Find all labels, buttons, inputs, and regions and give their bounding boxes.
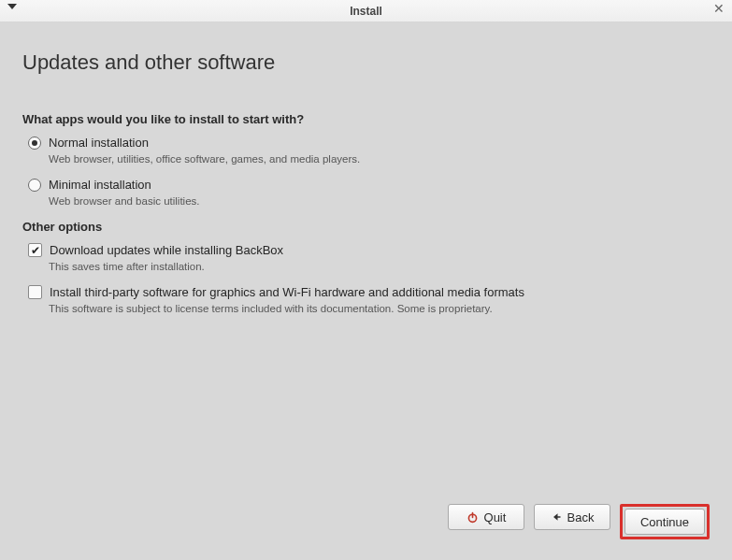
titlebar: Install ✕ <box>0 0 732 22</box>
checkbox-description: This saves time after installation. <box>49 261 710 272</box>
checkbox-label: Download updates while installing BackBo… <box>50 243 283 257</box>
radio-label: Minimal installation <box>49 178 151 192</box>
checkbox-option-third-party[interactable]: Install third-party software for graphic… <box>28 285 710 299</box>
checkbox-option-download-updates[interactable]: Download updates while installing BackBo… <box>28 243 710 257</box>
power-icon <box>466 511 479 524</box>
radio-description: Web browser, utilities, office software,… <box>49 153 710 165</box>
close-icon[interactable]: ✕ <box>713 2 725 15</box>
quit-button[interactable]: Quit <box>448 504 524 530</box>
quit-label: Quit <box>484 510 507 524</box>
continue-button[interactable]: Continue <box>624 509 705 535</box>
back-label: Back <box>567 510 595 524</box>
radio-icon[interactable] <box>28 136 41 150</box>
other-options-label: Other options <box>22 220 710 234</box>
window-menu-dropdown-icon[interactable] <box>7 4 17 9</box>
svg-rect-2 <box>554 516 560 518</box>
arrow-left-icon <box>551 511 562 523</box>
continue-highlight: Continue <box>620 504 710 539</box>
radio-description: Web browser and basic utilities. <box>49 195 710 207</box>
installer-page: Updates and other software What apps wou… <box>0 22 732 560</box>
checkbox-description: This software is subject to license term… <box>49 303 710 314</box>
checkbox-icon[interactable] <box>28 285 42 299</box>
radio-icon[interactable] <box>28 179 41 192</box>
continue-label: Continue <box>640 515 689 529</box>
back-button[interactable]: Back <box>534 504 610 530</box>
page-title: Updates and other software <box>22 50 710 75</box>
radio-option-minimal[interactable]: Minimal installation <box>28 178 710 192</box>
footer-buttons: Quit Back Continue <box>448 504 710 539</box>
window-title: Install <box>350 5 382 18</box>
radio-label: Normal installation <box>49 136 149 150</box>
install-question: What apps would you like to install to s… <box>22 112 710 126</box>
checkbox-icon[interactable] <box>28 243 42 257</box>
radio-option-normal[interactable]: Normal installation <box>28 136 710 150</box>
checkbox-label: Install third-party software for graphic… <box>50 285 524 299</box>
